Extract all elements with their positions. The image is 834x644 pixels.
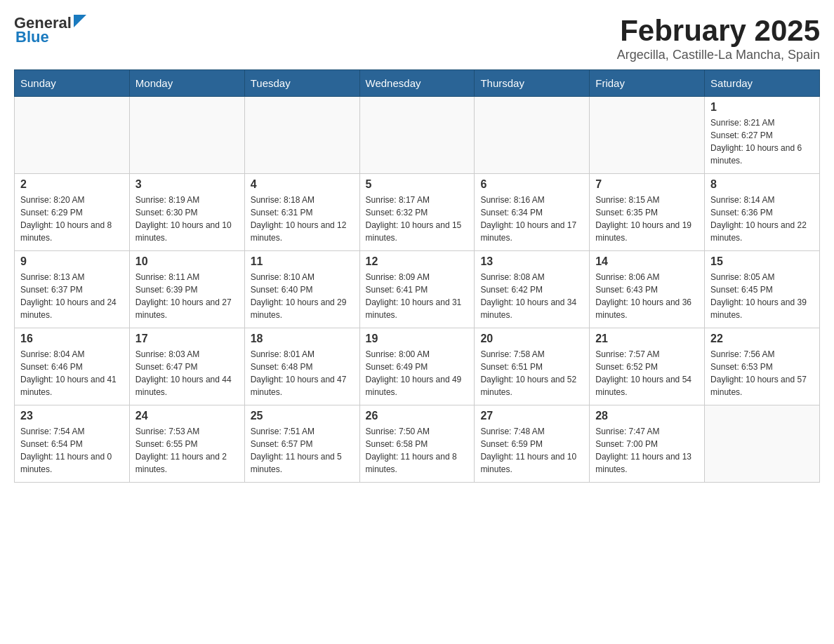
day-info: Sunrise: 7:51 AM Sunset: 6:57 PM Dayligh…	[251, 425, 354, 476]
calendar-cell: 1Sunrise: 8:21 AM Sunset: 6:27 PM Daylig…	[705, 97, 820, 174]
day-number: 14	[595, 255, 699, 268]
calendar-table: Sunday Monday Tuesday Wednesday Thursday…	[14, 69, 820, 483]
day-info: Sunrise: 8:13 AM Sunset: 6:37 PM Dayligh…	[20, 271, 124, 321]
week-row-2: 9Sunrise: 8:13 AM Sunset: 6:37 PM Daylig…	[15, 251, 820, 328]
day-info: Sunrise: 7:47 AM Sunset: 7:00 PM Dayligh…	[595, 425, 699, 476]
day-number: 26	[366, 410, 469, 422]
day-number: 4	[251, 178, 354, 191]
day-number: 17	[135, 333, 239, 345]
calendar-cell: 3Sunrise: 8:19 AM Sunset: 6:30 PM Daylig…	[129, 174, 244, 251]
day-info: Sunrise: 8:20 AM Sunset: 6:29 PM Dayligh…	[20, 194, 124, 244]
svg-marker-0	[74, 15, 86, 27]
day-info: Sunrise: 8:14 AM Sunset: 6:36 PM Dayligh…	[710, 194, 814, 244]
day-info: Sunrise: 8:11 AM Sunset: 6:39 PM Dayligh…	[135, 271, 239, 321]
day-info: Sunrise: 8:03 AM Sunset: 6:47 PM Dayligh…	[135, 348, 239, 398]
calendar-cell: 21Sunrise: 7:57 AM Sunset: 6:52 PM Dayli…	[590, 328, 705, 405]
calendar-cell: 12Sunrise: 8:09 AM Sunset: 6:41 PM Dayli…	[359, 251, 475, 328]
day-number: 2	[20, 178, 124, 191]
calendar-cell	[705, 405, 820, 483]
day-info: Sunrise: 8:08 AM Sunset: 6:42 PM Dayligh…	[480, 271, 583, 321]
calendar-cell: 24Sunrise: 7:53 AM Sunset: 6:55 PM Dayli…	[129, 405, 244, 483]
calendar-cell: 20Sunrise: 7:58 AM Sunset: 6:51 PM Dayli…	[475, 328, 590, 405]
day-number: 24	[135, 410, 239, 422]
calendar-cell: 22Sunrise: 7:56 AM Sunset: 6:53 PM Dayli…	[705, 328, 820, 405]
day-number: 16	[20, 333, 124, 345]
day-number: 7	[595, 178, 699, 191]
day-number: 8	[710, 178, 814, 191]
calendar-cell: 8Sunrise: 8:14 AM Sunset: 6:36 PM Daylig…	[705, 174, 820, 251]
day-number: 25	[251, 410, 354, 422]
day-info: Sunrise: 8:16 AM Sunset: 6:34 PM Dayligh…	[480, 194, 583, 244]
calendar-cell: 26Sunrise: 7:50 AM Sunset: 6:58 PM Dayli…	[359, 405, 475, 483]
day-info: Sunrise: 8:09 AM Sunset: 6:41 PM Dayligh…	[366, 271, 469, 321]
day-number: 3	[135, 178, 239, 191]
day-info: Sunrise: 8:10 AM Sunset: 6:40 PM Dayligh…	[251, 271, 354, 321]
day-number: 1	[710, 101, 814, 114]
calendar-cell: 11Sunrise: 8:10 AM Sunset: 6:40 PM Dayli…	[244, 251, 359, 328]
day-info: Sunrise: 7:56 AM Sunset: 6:53 PM Dayligh…	[710, 348, 814, 398]
week-row-3: 16Sunrise: 8:04 AM Sunset: 6:46 PM Dayli…	[15, 328, 820, 405]
day-number: 13	[480, 255, 583, 268]
day-number: 15	[710, 255, 814, 268]
day-number: 20	[480, 333, 583, 345]
calendar-cell: 28Sunrise: 7:47 AM Sunset: 7:00 PM Dayli…	[590, 405, 705, 483]
calendar-cell: 7Sunrise: 8:15 AM Sunset: 6:35 PM Daylig…	[590, 174, 705, 251]
header-friday: Friday	[590, 70, 705, 97]
calendar-cell: 15Sunrise: 8:05 AM Sunset: 6:45 PM Dayli…	[705, 251, 820, 328]
calendar-cell	[129, 97, 244, 174]
logo-blue: Blue	[15, 28, 49, 46]
header-sunday: Sunday	[15, 70, 130, 97]
week-row-0: 1Sunrise: 8:21 AM Sunset: 6:27 PM Daylig…	[15, 97, 820, 174]
week-row-1: 2Sunrise: 8:20 AM Sunset: 6:29 PM Daylig…	[15, 174, 820, 251]
week-row-4: 23Sunrise: 7:54 AM Sunset: 6:54 PM Dayli…	[15, 405, 820, 483]
day-info: Sunrise: 8:06 AM Sunset: 6:43 PM Dayligh…	[595, 271, 699, 321]
day-number: 21	[595, 333, 699, 345]
day-number: 9	[20, 255, 124, 268]
calendar-cell: 18Sunrise: 8:01 AM Sunset: 6:48 PM Dayli…	[244, 328, 359, 405]
day-info: Sunrise: 7:57 AM Sunset: 6:52 PM Dayligh…	[595, 348, 699, 398]
calendar-cell: 10Sunrise: 8:11 AM Sunset: 6:39 PM Dayli…	[129, 251, 244, 328]
header-monday: Monday	[129, 70, 244, 97]
day-number: 5	[366, 178, 469, 191]
calendar-cell: 16Sunrise: 8:04 AM Sunset: 6:46 PM Dayli…	[15, 328, 130, 405]
calendar-cell: 5Sunrise: 8:17 AM Sunset: 6:32 PM Daylig…	[359, 174, 475, 251]
day-info: Sunrise: 7:58 AM Sunset: 6:51 PM Dayligh…	[480, 348, 583, 398]
day-number: 28	[595, 410, 699, 422]
day-number: 18	[251, 333, 354, 345]
weekday-header-row: Sunday Monday Tuesday Wednesday Thursday…	[15, 70, 820, 97]
page-header: General Blue February 2025 Argecilla, Ca…	[14, 14, 820, 62]
day-info: Sunrise: 8:15 AM Sunset: 6:35 PM Dayligh…	[595, 194, 699, 244]
day-info: Sunrise: 8:04 AM Sunset: 6:46 PM Dayligh…	[20, 348, 124, 398]
calendar-cell: 6Sunrise: 8:16 AM Sunset: 6:34 PM Daylig…	[475, 174, 590, 251]
calendar-cell: 13Sunrise: 8:08 AM Sunset: 6:42 PM Dayli…	[475, 251, 590, 328]
day-info: Sunrise: 8:21 AM Sunset: 6:27 PM Dayligh…	[710, 116, 814, 167]
title-section: February 2025 Argecilla, Castille-La Man…	[617, 14, 820, 62]
calendar-cell: 9Sunrise: 8:13 AM Sunset: 6:37 PM Daylig…	[15, 251, 130, 328]
day-info: Sunrise: 7:48 AM Sunset: 6:59 PM Dayligh…	[480, 425, 583, 476]
day-number: 10	[135, 255, 239, 268]
header-thursday: Thursday	[475, 70, 590, 97]
calendar-cell	[244, 97, 359, 174]
calendar-cell: 19Sunrise: 8:00 AM Sunset: 6:49 PM Dayli…	[359, 328, 475, 405]
day-info: Sunrise: 8:18 AM Sunset: 6:31 PM Dayligh…	[251, 194, 354, 244]
calendar-cell	[15, 97, 130, 174]
day-info: Sunrise: 8:19 AM Sunset: 6:30 PM Dayligh…	[135, 194, 239, 244]
calendar-cell: 14Sunrise: 8:06 AM Sunset: 6:43 PM Dayli…	[590, 251, 705, 328]
day-number: 22	[710, 333, 814, 345]
day-number: 19	[366, 333, 469, 345]
day-info: Sunrise: 8:00 AM Sunset: 6:49 PM Dayligh…	[366, 348, 469, 398]
header-tuesday: Tuesday	[244, 70, 359, 97]
logo-triangle-icon	[74, 15, 86, 27]
header-wednesday: Wednesday	[359, 70, 475, 97]
day-number: 6	[480, 178, 583, 191]
calendar-cell: 27Sunrise: 7:48 AM Sunset: 6:59 PM Dayli…	[475, 405, 590, 483]
day-number: 27	[480, 410, 583, 422]
month-title: February 2025	[617, 14, 820, 48]
day-info: Sunrise: 7:54 AM Sunset: 6:54 PM Dayligh…	[20, 425, 124, 476]
calendar-cell: 23Sunrise: 7:54 AM Sunset: 6:54 PM Dayli…	[15, 405, 130, 483]
day-number: 12	[366, 255, 469, 268]
calendar-cell	[590, 97, 705, 174]
location: Argecilla, Castille-La Mancha, Spain	[617, 48, 820, 62]
day-info: Sunrise: 8:01 AM Sunset: 6:48 PM Dayligh…	[251, 348, 354, 398]
day-number: 11	[251, 255, 354, 268]
